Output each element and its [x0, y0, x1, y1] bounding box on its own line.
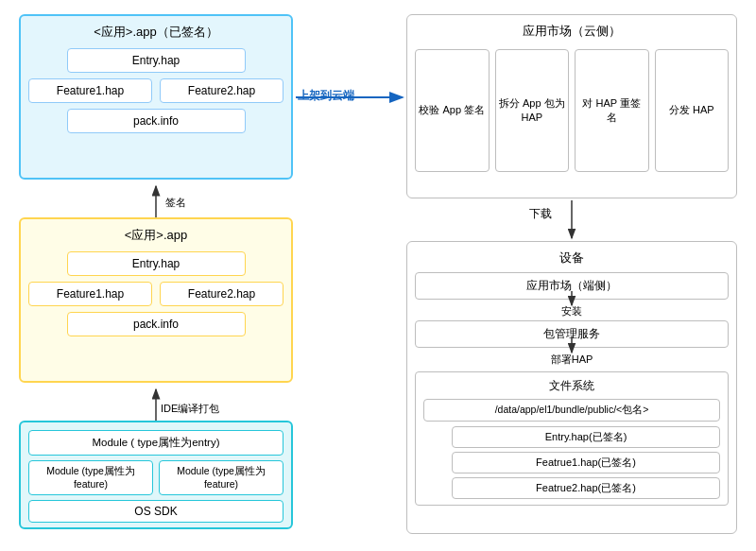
filesystem-box: 文件系统 /data/app/el1/bundle/public/<包名> En… [415, 371, 729, 506]
cloud-step-split: 拆分 App 包为 HAP [495, 49, 570, 172]
os-sdk: OS SDK [28, 500, 284, 523]
diagram: <应用>.app（已签名） Entry.hap Feature1.hap Fea… [0, 0, 756, 551]
signed-app-title: <应用>.app（已签名） [28, 24, 284, 41]
package-mgr: 包管理服务 [415, 320, 729, 348]
fs-path: /data/app/el1/bundle/public/<包名> [423, 399, 720, 422]
feature-hap-row-signed: Feature1.hap Feature2.hap [28, 78, 284, 103]
cloud-step-resign: 对 HAP 重签 名 [575, 49, 649, 172]
device-title: 设备 [415, 250, 729, 267]
svg-text:签名: 签名 [165, 197, 186, 208]
feature1-hap-signed: Feature1.hap [28, 78, 152, 103]
svg-text:IDE编译打包: IDE编译打包 [161, 403, 219, 414]
module-entry: Module ( type属性为entry) [28, 430, 284, 456]
module-feature2: Module (type属性为feature) [159, 460, 284, 495]
cloud-steps: 校验 App 签名 拆分 App 包为 HAP 对 HAP 重签 名 分发 HA… [415, 49, 729, 172]
feature1-hap-unsigned: Feature1.hap [28, 282, 152, 306]
source-box: Module ( type属性为entry) Module (type属性为fe… [19, 421, 293, 529]
feature2-hap-unsigned: Feature2.hap [160, 282, 284, 306]
filesystem-title: 文件系统 [423, 378, 720, 394]
unsigned-app-title: <应用>.app [28, 227, 284, 244]
app-market-device: 应用市场（端侧） [415, 272, 729, 300]
fs-file-feature2: Featrue2.hap(已签名) [452, 477, 720, 499]
cloud-title: 应用市场（云侧） [415, 23, 729, 40]
unsigned-app-box: <应用>.app Entry.hap Feature1.hap Feature2… [19, 217, 293, 383]
entry-hap-unsigned: Entry.hap [67, 251, 246, 276]
fs-file-feature1: Featrue1.hap(已签名) [452, 452, 720, 474]
device-box: 设备 应用市场（端侧） 安装 包管理服务 部署HAP 文件系统 /data/ap… [406, 241, 737, 534]
deploy-label: 部署HAP [415, 353, 729, 367]
pack-info-signed: pack.info [67, 109, 246, 133]
entry-hap-signed: Entry.hap [67, 48, 246, 73]
cloud-box: 应用市场（云侧） 校验 App 签名 拆分 App 包为 HAP 对 HAP 重… [406, 14, 737, 198]
install-label: 安装 [415, 304, 729, 319]
download-arrow-label: 下载 [529, 206, 552, 222]
feature-hap-row-unsigned: Feature1.hap Feature2.hap [28, 282, 284, 306]
module-feature1: Module (type属性为feature) [28, 460, 153, 495]
feature2-hap-signed: Feature2.hap [160, 78, 284, 103]
pack-info-unsigned: pack.info [67, 312, 246, 336]
fs-files: Entry.hap(已签名) Featrue1.hap(已签名) Featrue… [423, 426, 720, 499]
upload-arrow-label: 上架到云端 [298, 88, 354, 104]
source-modules-row: Module (type属性为feature) Module (type属性为f… [28, 460, 284, 495]
signed-app-box: <应用>.app（已签名） Entry.hap Feature1.hap Fea… [19, 14, 293, 180]
cloud-step-distribute: 分发 HAP [655, 49, 730, 172]
cloud-step-verify: 校验 App 签名 [415, 49, 490, 172]
fs-file-entry: Entry.hap(已签名) [452, 426, 720, 448]
